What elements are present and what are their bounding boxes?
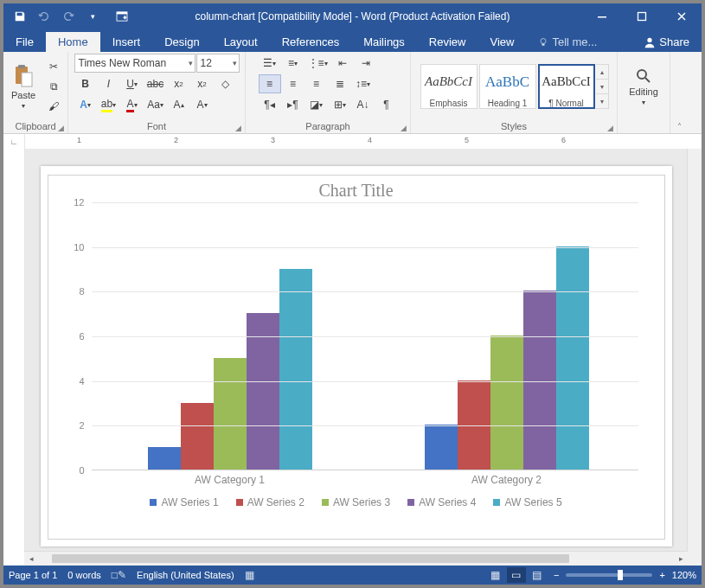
font-name-select[interactable]: Times New Roman — [74, 54, 195, 73]
tab-view[interactable]: View — [477, 32, 526, 52]
show-hide-button[interactable]: ¶ — [375, 95, 398, 114]
maximize-button[interactable] — [622, 3, 662, 29]
y-tick-label: 8 — [79, 286, 84, 297]
paragraph-launcher[interactable]: ◢ — [401, 124, 407, 132]
multilevel-button[interactable]: ⋮≡▾ — [305, 54, 330, 73]
copy-button[interactable]: ⧉ — [42, 77, 65, 96]
strikethrough-button[interactable]: abc — [144, 74, 167, 93]
bullets-button[interactable]: ☰▾ — [259, 54, 281, 73]
horizontal-scrollbar[interactable]: ◂ ▸ — [24, 551, 688, 566]
document-scroll[interactable]: Chart Title 024681012 AW Category 1AW Ca… — [25, 149, 687, 566]
zoom-level[interactable]: 120% — [672, 570, 696, 580]
ribbon-display-options-button[interactable] — [109, 3, 135, 29]
minimize-button[interactable] — [582, 3, 622, 29]
status-language[interactable]: English (United States) — [137, 570, 234, 580]
vertical-ruler[interactable] — [3, 149, 25, 566]
collapse-ribbon-button[interactable]: ˄ — [670, 52, 688, 133]
close-button[interactable] — [662, 3, 702, 29]
bar-aw-series-3 — [214, 358, 247, 470]
spellcheck-icon[interactable]: □✎ — [112, 569, 126, 581]
bold-button[interactable]: B — [74, 74, 97, 93]
styles-launcher[interactable]: ◢ — [607, 124, 613, 132]
rtl-button[interactable]: ▸¶ — [282, 95, 304, 114]
chart-object[interactable]: Chart Title 024681012 AW Category 1AW Ca… — [48, 175, 665, 540]
tab-home[interactable]: Home — [46, 32, 100, 52]
subscript-button[interactable]: x2 — [168, 74, 190, 93]
read-mode-button[interactable]: ▦ — [486, 567, 505, 583]
align-left-button[interactable]: ≡ — [259, 74, 281, 93]
tell-me-search[interactable]: Tell me... — [526, 32, 638, 52]
redo-button[interactable] — [59, 7, 78, 26]
increase-indent-button[interactable]: ⇥ — [355, 54, 377, 73]
shrink-font-button[interactable]: A▾ — [191, 95, 214, 114]
highlight-button[interactable]: ab▾ — [98, 95, 120, 114]
hscroll-thumb[interactable] — [52, 554, 569, 563]
share-button[interactable]: Share — [638, 32, 698, 52]
gridline — [92, 425, 638, 426]
style-heading1[interactable]: AaBbC Heading 1 — [479, 64, 536, 109]
font-color-button[interactable]: A▾ — [121, 95, 144, 114]
ltr-button[interactable]: ¶◂ — [259, 95, 281, 114]
ruler-number: 2 — [174, 136, 178, 144]
vertical-scrollbar[interactable] — [687, 149, 702, 566]
tab-file[interactable]: File — [3, 32, 46, 52]
y-tick-label: 10 — [74, 242, 84, 252]
change-case-button[interactable]: Aa▾ — [144, 95, 167, 114]
borders-button[interactable]: ⊞▾ — [329, 95, 351, 114]
ruler-number: 4 — [368, 136, 372, 144]
gridline — [92, 291, 638, 292]
web-layout-button[interactable]: ▤ — [528, 567, 547, 583]
align-center-button[interactable]: ≡ — [282, 74, 304, 93]
tab-insert[interactable]: Insert — [100, 32, 153, 52]
share-label: Share — [659, 35, 689, 48]
line-spacing-button[interactable]: ↕≡▾ — [352, 74, 375, 93]
style-normal[interactable]: AaBbCcI ¶ Normal — [538, 64, 595, 109]
statusbar: Page 1 of 1 0 words □✎ English (United S… — [3, 566, 702, 585]
tab-references[interactable]: References — [270, 32, 351, 52]
format-painter-button[interactable]: 🖌 — [42, 97, 65, 116]
tab-layout[interactable]: Layout — [212, 32, 270, 52]
editing-button[interactable]: Editing ▾ — [626, 56, 661, 117]
justify-button[interactable]: ≣ — [329, 74, 351, 93]
tab-design[interactable]: Design — [152, 32, 211, 52]
hscroll-right-button[interactable]: ▸ — [674, 552, 688, 566]
status-words[interactable]: 0 words — [67, 570, 101, 580]
zoom-out-button[interactable]: − — [554, 570, 559, 580]
zoom-in-button[interactable]: + — [659, 570, 664, 580]
ribbon-tabs: File Home Insert Design Layout Reference… — [3, 29, 702, 52]
tab-review[interactable]: Review — [417, 32, 478, 52]
tab-mailings[interactable]: Mailings — [351, 32, 417, 52]
decrease-indent-button[interactable]: ⇤ — [331, 54, 354, 73]
qat-customize-button[interactable]: ▾ — [83, 7, 102, 26]
clear-formatting-button[interactable]: ◇ — [215, 74, 237, 93]
underline-button[interactable]: U▾ — [121, 74, 144, 93]
save-button[interactable] — [10, 7, 29, 26]
font-launcher[interactable]: ◢ — [235, 124, 241, 132]
cut-button[interactable]: ✂ — [42, 57, 65, 76]
align-right-button[interactable]: ≡ — [305, 74, 328, 93]
italic-button[interactable]: I — [98, 74, 120, 93]
tell-me-label: Tell me... — [552, 35, 597, 48]
clipboard-launcher[interactable]: ◢ — [58, 124, 64, 132]
hscroll-left-button[interactable]: ◂ — [24, 552, 38, 566]
grow-font-button[interactable]: A▴ — [168, 95, 190, 114]
legend-label: AW Series 1 — [161, 496, 218, 508]
shading-button[interactable]: ◪▾ — [305, 95, 328, 114]
styles-gallery-scroll[interactable]: ▴▾▾ — [596, 64, 609, 109]
text-effects-button[interactable]: A▾ — [74, 95, 97, 114]
font-size-select[interactable]: 12 — [196, 54, 240, 73]
style-emphasis[interactable]: AaBbCcI Emphasis — [420, 64, 477, 109]
macro-icon[interactable]: ▦ — [245, 569, 254, 581]
zoom-slider[interactable] — [566, 573, 652, 577]
print-layout-button[interactable]: ▭ — [507, 567, 526, 583]
status-page[interactable]: Page 1 of 1 — [9, 570, 57, 580]
ruler-number: 1 — [77, 136, 81, 144]
numbering-button[interactable]: ≡▾ — [282, 54, 304, 73]
multilevel-icon: ⋮≡ — [308, 57, 324, 69]
superscript-button[interactable]: x2 — [191, 74, 214, 93]
sort-button[interactable]: A↓ — [352, 95, 375, 114]
undo-button[interactable] — [35, 7, 54, 26]
paste-button[interactable]: Paste ▾ — [6, 56, 41, 117]
group-paragraph: ☰▾ ≡▾ ⋮≡▾ ⇤ ⇥ ≡ ≡ ≡ ≣ ↕≡▾ ¶◂ ▸¶ ◪▾ ⊞▾ A↓… — [246, 52, 411, 133]
styles-gallery[interactable]: AaBbCcI Emphasis AaBbC Heading 1 AaBbCcI… — [420, 64, 609, 109]
